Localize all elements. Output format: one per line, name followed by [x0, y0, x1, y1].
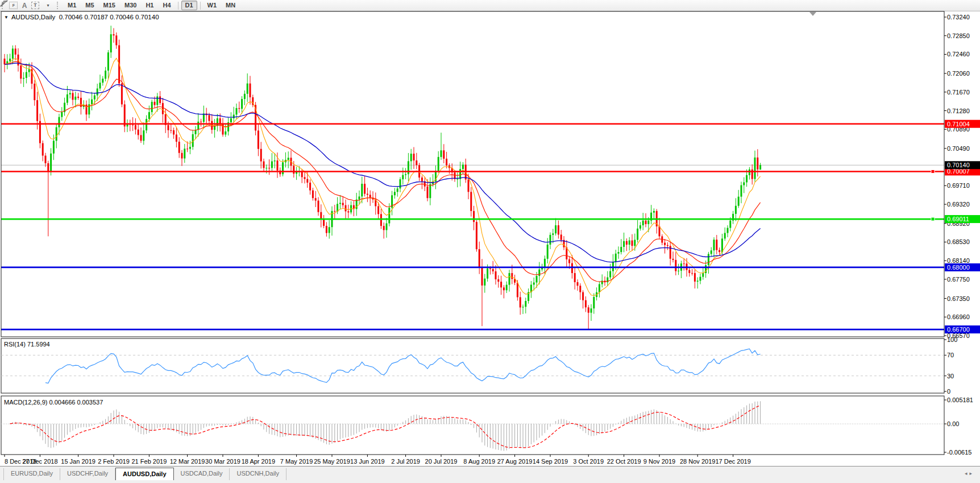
- date-label: 27 Dec 2018: [22, 458, 57, 465]
- date-label: 28 Nov 2019: [680, 458, 715, 465]
- level-price-tag: 0.66700: [945, 325, 980, 333]
- chart-shift-marker[interactable]: [809, 12, 816, 16]
- svg-text:0.71280: 0.71280: [947, 108, 970, 114]
- tab-usdcnh[interactable]: USDCNH,Daily: [230, 468, 286, 480]
- svg-text:0: 0: [947, 388, 950, 395]
- date-label: 15 Jan 2019: [61, 458, 95, 465]
- chart-title: ▼AUDUSD,Daily 0.70046 0.70187 0.70046 0.…: [4, 14, 159, 20]
- level-handle[interactable]: [931, 217, 935, 221]
- svg-text:0.72460: 0.72460: [947, 51, 970, 57]
- ohlc-open: 0.70046: [59, 14, 83, 20]
- date-label: 22 Oct 2019: [607, 458, 641, 465]
- svg-text:0.69710: 0.69710: [947, 182, 970, 189]
- level-line-0.70007[interactable]: [1, 170, 944, 173]
- date-label: 2 Feb 2019: [98, 458, 130, 465]
- macd-name: MACD(12,26,9): [4, 399, 47, 406]
- mt4-window: { "toolbar": { "icons": [ {"name": "temp…: [0, 0, 980, 483]
- macd-values: 0.004666 0.003537: [49, 399, 103, 406]
- svg-text:0.72850: 0.72850: [947, 32, 970, 39]
- level-price-tag: 0.68000: [945, 263, 980, 271]
- level-price-tag: 0.69011: [945, 215, 980, 223]
- tab-usdcad[interactable]: USDCAD,Daily: [174, 468, 230, 480]
- main-pane-border: [1, 11, 944, 337]
- symbol-tabs: EURUSD,Daily USDCHF,Daily AUDUSD,Daily U…: [3, 468, 286, 480]
- svg-text:0.00: 0.00: [947, 420, 959, 427]
- date-axis: 8 Dec 201827 Dec 201815 Jan 20192 Feb 20…: [5, 455, 751, 465]
- ohlc-high: 0.70187: [84, 14, 108, 20]
- price-axis: 0.732400.728500.724600.720600.716700.712…: [944, 14, 970, 339]
- date-label: 7 May 2019: [280, 458, 313, 465]
- rsi-pane-border: [1, 338, 944, 393]
- svg-text:70: 70: [947, 352, 954, 358]
- candles-layer: [4, 26, 762, 329]
- tab-usdchf[interactable]: USDCHF,Daily: [60, 468, 115, 480]
- rsi-pane-label: RSI(14) 71.5994: [4, 341, 50, 348]
- svg-text:100: 100: [947, 336, 957, 343]
- symbol-tabbar: EURUSD,Daily USDCHF,Daily AUDUSD,Daily U…: [0, 466, 980, 483]
- svg-text:30: 30: [947, 373, 954, 379]
- tab-scroll-arrows[interactable]: ◂▸: [965, 470, 974, 476]
- macd-pane: 0.0051810.00-0.00615: [1, 397, 973, 456]
- chart-canvas[interactable]: 0.732400.728500.724600.720600.716700.712…: [0, 0, 980, 466]
- date-label: 18 Apr 2019: [242, 458, 275, 465]
- rsi-name: RSI(14): [4, 341, 26, 348]
- rsi-value: 71.5994: [27, 341, 50, 348]
- rsi-line: [45, 349, 761, 383]
- date-label: 9 Nov 2019: [643, 458, 675, 465]
- svg-text:0.68530: 0.68530: [947, 238, 970, 245]
- level-line-0.69011[interactable]: [1, 217, 944, 221]
- date-label: 2 Jul 2019: [391, 458, 420, 465]
- svg-text:0.66960: 0.66960: [947, 313, 970, 320]
- ohlc-low: 0.70046: [110, 14, 134, 20]
- level-handle[interactable]: [931, 170, 935, 173]
- tab-eurusd[interactable]: EURUSD,Daily: [3, 468, 60, 480]
- date-label: 17 Dec 2019: [715, 458, 750, 465]
- rsi-pane: 10070300: [1, 336, 957, 395]
- date-label: 14 Sep 2019: [533, 458, 568, 465]
- svg-text:0.68140: 0.68140: [947, 257, 970, 264]
- svg-text:0.71004: 0.71004: [947, 121, 970, 127]
- current-price-tag: 0.70140: [945, 161, 980, 169]
- macd-signal-line: [10, 406, 761, 448]
- ma-fast-line: [5, 58, 761, 295]
- macd-pane-label: MACD(12,26,9) 0.004666 0.003537: [4, 399, 103, 406]
- symbol-label: AUDUSD,Daily: [11, 14, 55, 20]
- svg-text:0.72060: 0.72060: [947, 70, 970, 77]
- svg-text:0.005181: 0.005181: [947, 397, 973, 403]
- tab-audusd[interactable]: AUDUSD,Daily: [115, 468, 173, 480]
- svg-text:0.69011: 0.69011: [947, 216, 969, 222]
- svg-text:0.70140: 0.70140: [947, 162, 970, 168]
- date-label: 25 May 2019: [314, 458, 350, 465]
- date-label: 27 Aug 2019: [497, 458, 533, 465]
- date-label: 13 Jun 2019: [350, 458, 385, 465]
- svg-text:0.66700: 0.66700: [947, 326, 970, 333]
- level-price-tag: 0.71004: [945, 120, 980, 128]
- date-label: 20 Jul 2019: [425, 458, 458, 465]
- svg-text:0.68000: 0.68000: [947, 264, 970, 271]
- date-label: 30 Mar 2019: [205, 458, 240, 465]
- date-label: 3 Oct 2019: [573, 458, 604, 465]
- ma-slow-line: [5, 63, 761, 262]
- date-label: 21 Feb 2019: [132, 458, 167, 465]
- date-label: 12 Mar 2019: [170, 458, 205, 465]
- symbol-dropdown-icon[interactable]: ▼: [4, 15, 9, 20]
- svg-text:0.71670: 0.71670: [947, 89, 970, 96]
- svg-text:0.70490: 0.70490: [947, 145, 970, 152]
- ohlc-close: 0.70140: [135, 14, 159, 20]
- macd-pane-border: [1, 396, 944, 455]
- svg-text:-0.00615: -0.00615: [947, 449, 971, 456]
- svg-text:0.73240: 0.73240: [947, 14, 970, 20]
- date-label: 8 Aug 2019: [463, 458, 495, 465]
- tab-scroll-right-icon[interactable]: ▸: [969, 470, 974, 476]
- svg-text:0.67750: 0.67750: [947, 276, 970, 283]
- svg-text:0.69320: 0.69320: [947, 201, 970, 208]
- svg-text:0.67350: 0.67350: [947, 295, 970, 302]
